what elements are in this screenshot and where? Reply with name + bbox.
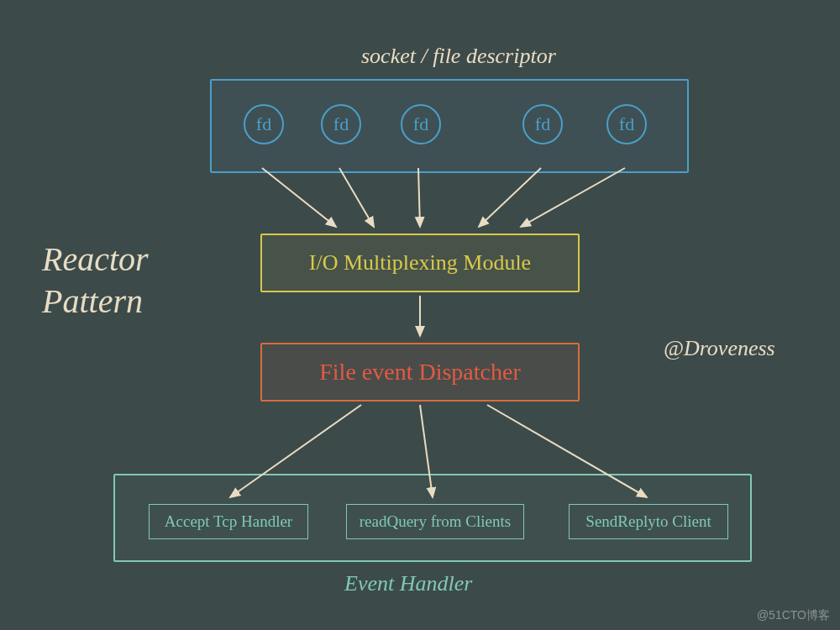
fd-circle: fd [321,104,361,144]
diagram-canvas: Reactor Pattern socket / file descriptor… [0,0,840,630]
socket-label: socket / file descriptor [361,44,556,69]
diagram-title-2: Pattern [42,281,143,321]
handler-send: SendReplyto Client [569,504,728,539]
watermark: @51CTO博客 [757,608,830,623]
fd-circle: fd [244,104,284,144]
fd-circle: fd [522,104,563,144]
handler-read: readQuery from Clients [346,504,524,539]
io-multiplexing-label: I/O Multiplexing Module [309,250,531,276]
event-handler-container: Accept Tcp Handler readQuery from Client… [113,474,752,562]
handler-accept: Accept Tcp Handler [149,504,308,539]
io-multiplexing-box: I/O Multiplexing Module [260,234,580,292]
dispatcher-label: File event Dispatcher [319,359,520,386]
dispatcher-box: File event Dispatcher [260,343,580,402]
event-handler-label: Event Handler [344,571,472,596]
fd-circle: fd [606,104,647,144]
author-label: @Droveness [664,336,775,361]
socket-container: fd fd fd fd fd [210,79,689,173]
diagram-title-1: Reactor [42,239,149,279]
fd-circle: fd [401,104,441,144]
